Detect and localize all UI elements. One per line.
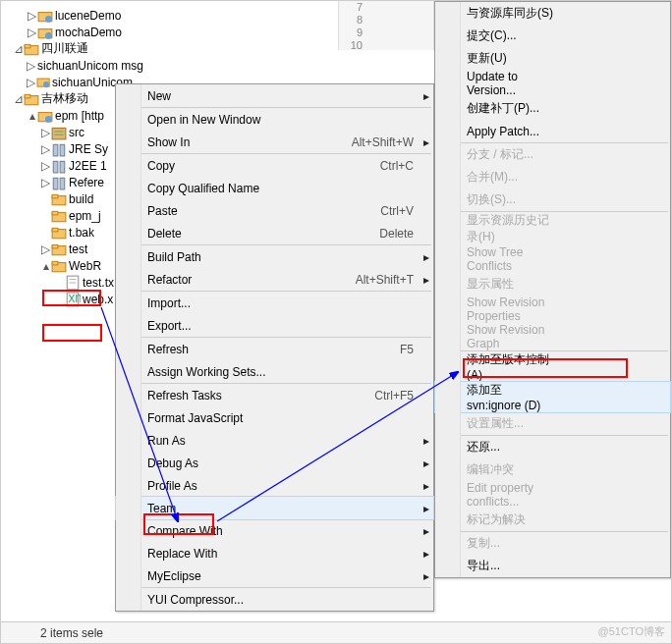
status-text: 2 items sele bbox=[40, 626, 103, 640]
annotation-arrows bbox=[1, 1, 672, 644]
status-bar: 2 items sele bbox=[1, 621, 672, 643]
svg-line-53 bbox=[101, 307, 178, 521]
watermark: @51CTO博客 bbox=[598, 624, 665, 639]
svg-line-54 bbox=[217, 372, 458, 521]
